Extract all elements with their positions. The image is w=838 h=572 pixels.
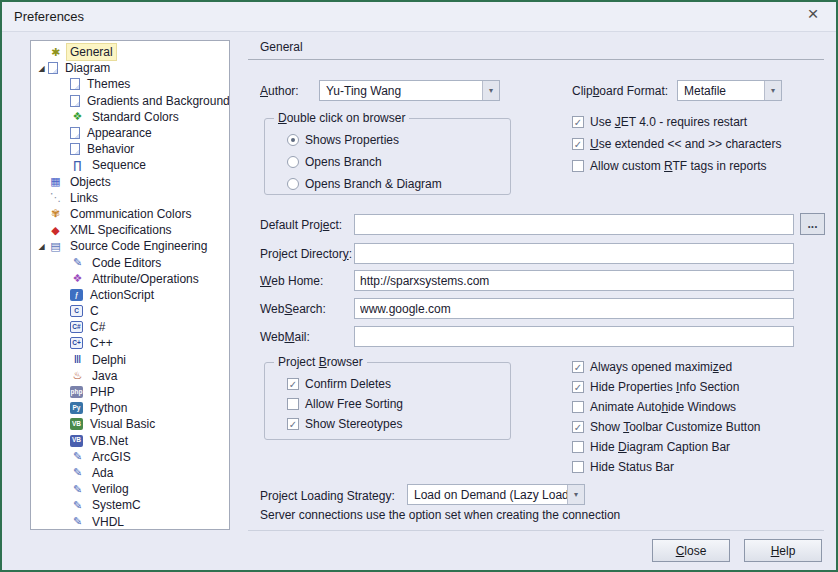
radio-option-shows-properties[interactable]: Shows Properties	[287, 132, 442, 148]
python-icon: Py	[70, 402, 83, 414]
checkbox-show-stereotypes[interactable]: ✓ Show Stereotypes	[287, 416, 403, 432]
default-project-input[interactable]	[354, 214, 794, 235]
delphi-icon: Ⅲ	[70, 353, 85, 367]
checkbox-icon: ✓	[572, 361, 584, 373]
tree-item-behavior[interactable]: Behavior	[31, 141, 229, 157]
double-click-group-label: Double click on browser	[274, 111, 409, 125]
tree-item-verilog[interactable]: ✎ Verilog	[31, 481, 229, 497]
tree-item-source-code-engineering[interactable]: ◢ ▤ Source Code Engineering	[31, 238, 229, 254]
radio-option-opens-branch-diagram[interactable]: Opens Branch & Diagram	[287, 176, 442, 192]
tree-item-code-editors[interactable]: ✎ Code Editors	[31, 254, 229, 270]
cpp-icon: C+	[70, 337, 83, 349]
checkbox-show-toolbar-customize-button[interactable]: ✓ Show Toolbar Customize Button	[572, 419, 761, 435]
clipboard-format-combobox[interactable]: Metafile ▾	[677, 80, 782, 101]
window-title: Preferences	[14, 9, 84, 24]
code-editor-icon: ✎	[70, 256, 85, 270]
tree-item-python[interactable]: Py Python	[31, 400, 229, 416]
project-browser-group-label: Project Browser	[274, 355, 367, 369]
verilog-icon: ✎	[70, 482, 85, 496]
checkbox-use-extended-and-characters[interactable]: ✓ Use extended << and >> characters	[572, 136, 781, 152]
server-connections-note: Server connections use the option set wh…	[260, 508, 620, 522]
project-directory-input[interactable]	[354, 243, 794, 264]
checkbox-icon	[572, 461, 584, 473]
tree-item-objects[interactable]: ▦ Objects	[31, 174, 229, 190]
tree-item-general[interactable]: ✱ General	[31, 44, 229, 60]
tree-item-vb-net[interactable]: VB VB.Net	[31, 433, 229, 449]
diagram-page-icon	[48, 62, 58, 74]
help-button[interactable]: Help	[744, 539, 822, 562]
checkbox-hide-properties-info-section[interactable]: ✓ Hide Properties Info Section	[572, 379, 761, 395]
systemc-icon: ✎	[70, 498, 85, 512]
checkbox-hide-status-bar[interactable]: Hide Status Bar	[572, 459, 761, 475]
visual-basic-icon: VB	[70, 418, 83, 430]
checkbox-icon	[572, 441, 584, 453]
tree-item-gradients-and-background[interactable]: Gradients and Background	[31, 93, 229, 109]
checkbox-use-jet-4-0-requires-restart[interactable]: ✓ Use JET 4.0 - requires restart	[572, 114, 781, 130]
tree-item-attribute-operations[interactable]: ❖ Attribute/Operations	[31, 271, 229, 287]
tree-item-delphi[interactable]: Ⅲ Delphi	[31, 352, 229, 368]
tree-item-c[interactable]: C# C#	[31, 319, 229, 335]
tree-item-diagram[interactable]: ◢ Diagram	[31, 60, 229, 76]
tree-item-c[interactable]: C+ C++	[31, 335, 229, 351]
loading-strategy-value: Load on Demand (Lazy Load)	[408, 485, 567, 504]
checkbox-animate-autohide-windows[interactable]: Animate Autohide Windows	[572, 399, 761, 415]
chevron-down-icon[interactable]: ▾	[764, 81, 781, 100]
c-icon: C	[70, 305, 83, 317]
browse-button[interactable]: ...	[800, 213, 825, 235]
tree-item-java[interactable]: ♨ Java	[31, 368, 229, 384]
tree-item-xml-specifications[interactable]: ◆ XML Specifications	[31, 222, 229, 238]
checkbox-always-opened-maximized[interactable]: ✓ Always opened maximized	[572, 359, 761, 375]
checkbox-icon	[572, 401, 584, 413]
java-icon: ♨	[70, 369, 85, 383]
default-project-label: Default Project:	[260, 214, 342, 235]
php-icon: php	[70, 386, 83, 398]
actionscript-icon: ƒ	[70, 289, 83, 301]
project-directory-label: Project Directory:	[260, 243, 352, 264]
tree-item-standard-colors[interactable]: ❖ Standard Colors	[31, 109, 229, 125]
checkbox-hide-diagram-caption-bar[interactable]: Hide Diagram Caption Bar	[572, 439, 761, 455]
loading-strategy-label: Project Loading Strategy:	[260, 485, 395, 506]
title-bar: Preferences ×	[2, 2, 836, 32]
checkbox-allow-free-sorting[interactable]: Allow Free Sorting	[287, 396, 403, 412]
tree-item-ada[interactable]: ✎ Ada	[31, 465, 229, 481]
vbnet-icon: VB	[70, 435, 83, 447]
source-code-icon: ▤	[48, 239, 63, 253]
tree-item-arcgis[interactable]: ✎ ArcGIS	[31, 449, 229, 465]
tree-item-links[interactable]: ⋱ Links	[31, 190, 229, 206]
radio-option-opens-branch[interactable]: Opens Branch	[287, 154, 442, 170]
expander-icon[interactable]: ◢	[35, 242, 48, 251]
checkbox-allow-custom-rtf-tags-in-reports[interactable]: Allow custom RTF tags in reports	[572, 158, 781, 174]
tree-item-systemc[interactable]: ✎ SystemC	[31, 497, 229, 513]
tree-item-sequence[interactable]: ∏ Sequence	[31, 157, 229, 173]
tree-item-appearance[interactable]: Appearance	[31, 125, 229, 141]
xml-icon: ◆	[48, 223, 63, 237]
checkbox-confirm-deletes[interactable]: ✓ Confirm Deletes	[287, 376, 403, 392]
clipboard-format-value: Metafile	[678, 81, 764, 100]
author-combobox[interactable]: Yu-Ting Wang ▾	[319, 80, 500, 101]
footer-divider	[248, 530, 824, 531]
tree-item-php[interactable]: php PHP	[31, 384, 229, 400]
chevron-down-icon[interactable]: ▾	[567, 485, 584, 504]
themes-page-icon	[70, 78, 80, 90]
gear-icon: ✱	[48, 45, 63, 59]
tree-item-actionscript[interactable]: ƒ ActionScript	[31, 287, 229, 303]
tree-item-communication-colors[interactable]: ✾ Communication Colors	[31, 206, 229, 222]
tree-item-vhdl[interactable]: ✎ VHDL	[31, 513, 229, 529]
project-browser-checks: ✓ Confirm Deletes Allow Free Sorting ✓ S…	[287, 376, 403, 432]
web-search-input[interactable]	[354, 298, 794, 319]
attribute-operations-icon: ❖	[70, 272, 85, 286]
web-mail-input[interactable]	[354, 326, 794, 347]
checkbox-icon: ✓	[287, 418, 299, 430]
loading-strategy-combobox[interactable]: Load on Demand (Lazy Load) ▾	[407, 484, 585, 505]
checkbox-icon: ✓	[572, 116, 584, 128]
tree-item-visual-basic[interactable]: VB Visual Basic	[31, 416, 229, 432]
expander-icon[interactable]: ◢	[35, 64, 48, 73]
tree-item-c[interactable]: C C	[31, 303, 229, 319]
checkbox-icon: ✓	[572, 421, 584, 433]
tree-item-themes[interactable]: Themes	[31, 76, 229, 92]
chevron-down-icon[interactable]: ▾	[482, 81, 499, 100]
close-button[interactable]: Close	[652, 539, 730, 562]
web-home-input[interactable]	[354, 270, 794, 291]
sequence-icon: ∏	[70, 158, 85, 172]
close-icon[interactable]: ×	[802, 3, 824, 25]
